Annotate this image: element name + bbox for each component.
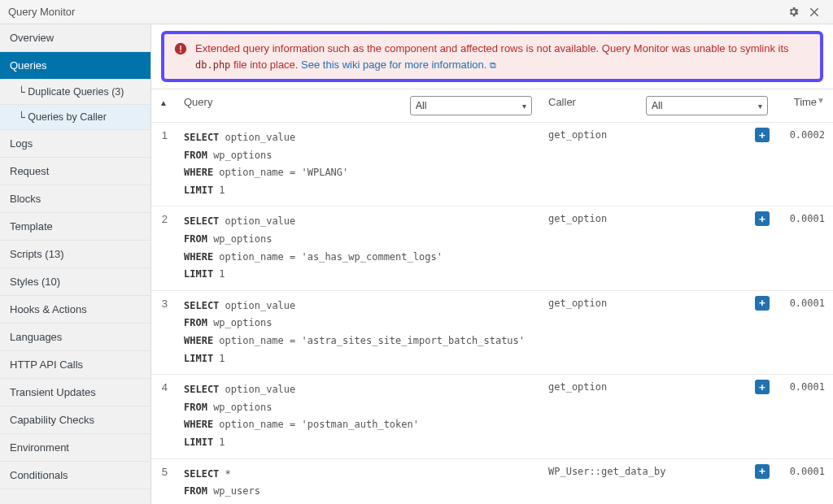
col-caller: Caller All ▾ [540,89,776,123]
col-caller-label: Caller [548,96,576,108]
sidebar-item-http[interactable]: HTTP API Calls [0,351,150,379]
caller-cell: get_option+ [540,206,776,290]
sidebar-item-scripts[interactable]: Scripts (13) [0,241,150,268]
time-cell: 0.0001 [776,375,833,458]
expand-caller-button[interactable]: + [755,380,770,394]
sidebar-item-blocks[interactable]: Blocks [0,185,150,213]
main-panel: Extended query information such as the c… [151,24,833,504]
external-link-icon: ⧉ [490,59,496,72]
sidebar-item-logs[interactable]: Logs [0,130,150,158]
caller-cell: get_option+ [540,123,776,206]
table-row: 2SELECT option_value FROM wp_options WHE… [151,206,833,290]
row-num: 2 [151,206,176,290]
col-time[interactable]: Time ▼ [776,89,833,123]
caller-cell: get_option+ [540,375,776,458]
col-sort-num[interactable]: ▲ [151,89,176,123]
sidebar-item-hooks[interactable]: Hooks & Actions [0,296,150,324]
sidebar-item-cond[interactable]: Conditionals [0,462,150,489]
queries-table: ▲ Query All ▾ Caller [151,89,833,504]
sidebar-item-styles[interactable]: Styles (10) [0,268,150,296]
close-icon[interactable] [804,2,825,23]
expand-caller-button[interactable]: + [755,211,770,226]
sql-code: SELECT option_value FROM wp_options WHER… [184,381,532,451]
notice-text-1: Extended query information such as the c… [195,42,789,54]
time-cell: 0.0002 [776,123,833,206]
caller-filter-select[interactable]: All ▾ [646,96,768,115]
gear-icon[interactable] [783,2,804,23]
query-cell: SELECT option_value FROM wp_options WHER… [176,123,540,206]
expand-caller-button[interactable]: + [755,464,770,479]
notice-text: Extended query information such as the c… [195,41,810,72]
sql-code: SELECT option_value FROM wp_options WHER… [184,129,532,199]
sidebar-item-template[interactable]: Template [0,213,150,241]
table-row: 5SELECT * FROM wp_users WHERE user_login… [151,458,833,504]
error-notice: Extended query information such as the c… [161,31,823,82]
sidebar-item-env[interactable]: Environment [0,434,150,462]
chevron-down-icon: ▾ [758,102,762,111]
time-cell: 0.0001 [776,458,833,504]
table-row: 4SELECT option_value FROM wp_options WHE… [151,375,833,458]
sidebar-sub-caller[interactable]: └ Queries by Caller [0,105,150,130]
row-num: 1 [151,123,176,206]
row-num: 3 [151,290,176,374]
query-filter-value: All [416,100,426,111]
col-query-label: Query [184,96,212,108]
sidebar-item-transients[interactable]: Transient Updates [0,379,150,406]
query-cell: SELECT option_value FROM wp_options WHER… [176,375,540,458]
table-row: 1SELECT option_value FROM wp_options WHE… [151,123,833,206]
notice-code: db.php [195,59,230,71]
titlebar: Query Monitor [0,0,833,24]
query-cell: SELECT option_value FROM wp_options WHER… [176,206,540,290]
sidebar: OverviewQueries└ Duplicate Queries (3)└ … [0,24,151,504]
notice-text-2: file into place. [230,59,301,71]
sidebar-sub-dup[interactable]: └ Duplicate Queries (3) [0,80,150,105]
query-cell: SELECT * FROM wp_users WHERE user_login … [176,458,540,504]
sql-code: SELECT * FROM wp_users WHERE user_login … [184,466,532,505]
queries-grid: ▲ Query All ▾ Caller [151,89,833,504]
error-icon [174,42,187,55]
svg-rect-2 [180,51,181,53]
sql-code: SELECT option_value FROM wp_options WHER… [184,298,532,367]
time-cell: 0.0001 [776,206,833,290]
expand-caller-button[interactable]: + [755,128,770,142]
expand-caller-button[interactable]: + [755,296,770,311]
time-cell: 0.0001 [776,290,833,374]
sidebar-item-request[interactable]: Request [0,158,150,185]
caller-filter-value: All [652,100,662,111]
query-filter-select[interactable]: All ▾ [410,96,532,115]
sidebar-item-queries[interactable]: Queries [0,52,150,80]
sql-code: SELECT option_value FROM wp_options WHER… [184,213,532,283]
caller-cell: get_option+ [540,290,776,374]
caller-cell: WP_User::get_data_by+ [540,458,776,504]
row-num: 4 [151,375,176,458]
sidebar-item-caps[interactable]: Capability Checks [0,406,150,434]
col-time-label: Time [794,96,817,108]
sidebar-item-languages[interactable]: Languages [0,324,150,351]
table-row: 3SELECT option_value FROM wp_options WHE… [151,290,833,374]
app-title: Query Monitor [8,6,783,18]
sidebar-item-overview[interactable]: Overview [0,24,150,52]
svg-rect-1 [180,46,181,50]
sort-icon: ▼ [817,96,825,105]
sort-asc-icon: ▲ [159,98,168,107]
chevron-down-icon: ▾ [522,102,526,111]
notice-link[interactable]: See this wiki page for more information.… [301,59,496,71]
query-cell: SELECT option_value FROM wp_options WHER… [176,290,540,374]
col-query: Query All ▾ [176,89,540,123]
row-num: 5 [151,458,176,504]
